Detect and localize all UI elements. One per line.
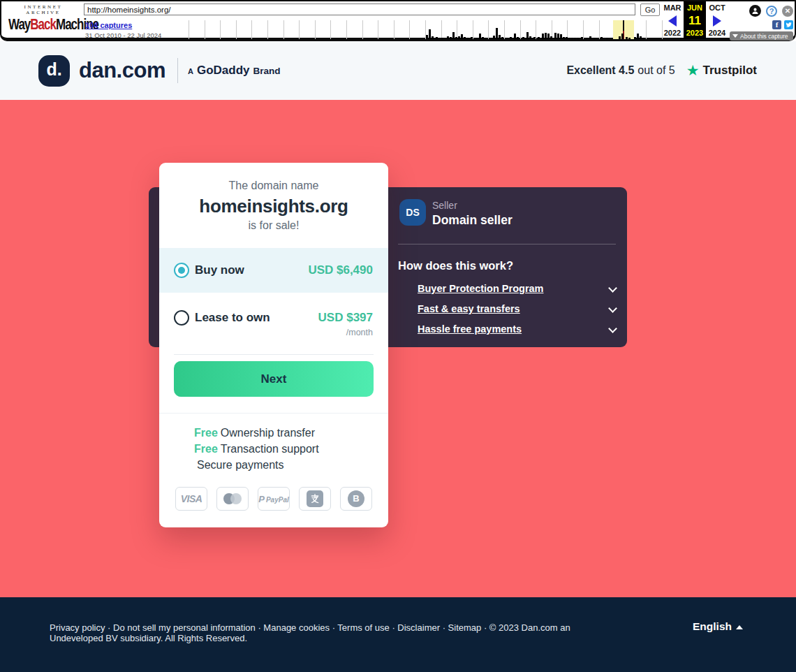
chevron-down-icon <box>608 304 617 313</box>
footer-separator: · <box>256 622 264 633</box>
wayback-url-input[interactable] <box>84 3 635 15</box>
footer-separator: · <box>440 622 448 633</box>
captures-link[interactable]: 104 captures <box>85 21 132 29</box>
brand[interactable]: d. dan.com A GoDaddy Brand <box>38 55 281 87</box>
timeline-bar <box>482 37 484 39</box>
timeline-bar <box>554 33 557 39</box>
hassle-free-payments-link[interactable]: Hassle free payments <box>418 323 616 337</box>
timeline-bar <box>432 36 434 39</box>
twitter-icon[interactable] <box>784 20 793 29</box>
wayback-machine-logo: WayBackMachine <box>8 17 78 34</box>
next-capture-column: OCT 2024 <box>706 1 728 39</box>
lease-label: Lease to own <box>195 311 270 325</box>
next-year-label[interactable]: 2024 <box>706 29 728 38</box>
footer-links: Privacy policy · Do not sell my personal… <box>50 622 608 643</box>
timeline-bar <box>568 38 570 39</box>
fast-transfers-link[interactable]: Fast & easy transfers <box>418 302 616 316</box>
about-capture-label: About this capture <box>740 33 788 40</box>
footer-link[interactable]: Disclaimer <box>397 622 440 633</box>
help-icon[interactable]: ? <box>766 6 777 17</box>
timeline-bar <box>493 36 495 39</box>
seller-avatar: DS <box>399 199 426 226</box>
timeline-bar <box>581 37 583 39</box>
free-badge: Free <box>194 427 218 439</box>
wayback-toolbar: INTERNET ARCHIVE WayBackMachine Go 104 c… <box>0 0 796 41</box>
timeline-bar <box>471 37 473 39</box>
card-divider <box>159 413 388 414</box>
visa-icon: VISA <box>175 487 207 511</box>
buy-now-option[interactable]: Buy now USD $6,490 <box>159 248 388 293</box>
language-selector[interactable]: English <box>693 620 743 633</box>
free-badge: Free <box>194 443 218 455</box>
language-label: English <box>693 620 732 633</box>
timeline-bar <box>455 37 457 39</box>
timeline-bar <box>522 37 524 39</box>
timeline-bar <box>529 36 531 39</box>
feature-text: Ownership transfer <box>221 427 315 439</box>
how-it-works-title: How does this work? <box>398 259 513 272</box>
current-capture-column: JUN 11 2023 <box>684 1 706 39</box>
alipay-icon <box>299 487 331 511</box>
timeline-bar <box>441 38 443 39</box>
timeline-bar <box>577 38 579 39</box>
dan-logo-icon: d. <box>38 55 70 87</box>
timeline-bar <box>475 38 477 39</box>
timeline-bar <box>589 36 591 39</box>
timeline-bar <box>510 37 512 39</box>
footer-link[interactable]: Sitemap <box>448 622 482 633</box>
next-month-label: OCT <box>706 3 728 14</box>
timeline-bar <box>574 38 576 39</box>
about-this-capture-button[interactable]: About this capture <box>730 31 793 41</box>
capture-navigation: MAR 2022 JUN 11 2023 OCT 2024 <box>661 1 728 39</box>
facebook-icon[interactable]: f <box>772 20 781 29</box>
feature-ownership-transfer: FreeOwnership transfer <box>194 427 315 439</box>
next-capture-icon[interactable] <box>713 15 721 27</box>
bitcoin-glyph: B <box>348 490 364 507</box>
timeline-bar <box>619 36 621 39</box>
timeline-bar <box>634 37 636 39</box>
seller-name: Domain seller <box>432 213 513 228</box>
timeline-bar <box>563 37 565 39</box>
visa-label: VISA <box>181 493 202 504</box>
timeline-bar <box>496 28 498 39</box>
go-button[interactable]: Go <box>640 3 660 16</box>
logo-back: Back <box>30 17 56 34</box>
trustpilot-label: Trustpilot <box>703 64 757 78</box>
footer-separator: · <box>105 622 113 633</box>
prev-month-label: MAR <box>661 3 684 14</box>
close-toolbar-icon[interactable]: ✕ <box>782 6 793 17</box>
next-button[interactable]: Next <box>174 361 374 397</box>
footer-link[interactable]: Terms of use <box>337 622 389 633</box>
buyer-protection-link[interactable]: Buyer Protection Program <box>418 282 616 296</box>
timeline-bar <box>626 37 628 39</box>
timeline-bar <box>514 34 516 39</box>
timeline-bar <box>642 38 644 39</box>
paypal-label: PayPal <box>266 496 289 504</box>
timeline-bar <box>637 34 639 39</box>
current-year-label: 2023 <box>684 29 706 38</box>
fast-transfers-label: Fast & easy transfers <box>418 303 520 314</box>
timeline-bar <box>466 38 469 39</box>
lease-radio[interactable] <box>174 310 189 326</box>
chevron-down-icon <box>608 284 617 293</box>
sale-card: The domain name homeinsights.org is for … <box>159 163 388 527</box>
brand-name: dan.com <box>79 58 165 83</box>
profile-icon[interactable] <box>749 5 761 17</box>
site-header: d. dan.com A GoDaddy Brand Excellent 4.5… <box>0 41 796 100</box>
wayback-logo[interactable]: INTERNET ARCHIVE WayBackMachine <box>8 4 78 32</box>
timeline-bar <box>628 38 631 39</box>
trustpilot-rating[interactable]: Excellent 4.5 out of 5 ★ Trustpilot <box>566 62 757 79</box>
wayback-timeline[interactable] <box>189 20 663 39</box>
timeline-bar <box>538 37 540 39</box>
lease-to-own-option[interactable]: Lease to own USD $397 /month <box>159 293 388 347</box>
timeline-bar <box>566 37 568 39</box>
buy-now-radio[interactable] <box>174 263 189 278</box>
tagline-a: A <box>188 67 193 75</box>
timeline-bar <box>545 33 547 39</box>
footer-link[interactable]: Manage cookies <box>263 622 330 633</box>
feature-text: Transaction support <box>221 443 319 455</box>
prev-capture-icon[interactable] <box>668 15 677 27</box>
prev-year-label[interactable]: 2022 <box>661 29 684 38</box>
footer-link[interactable]: Do not sell my personal information <box>113 622 256 633</box>
footer-link[interactable]: Privacy policy <box>50 622 105 633</box>
